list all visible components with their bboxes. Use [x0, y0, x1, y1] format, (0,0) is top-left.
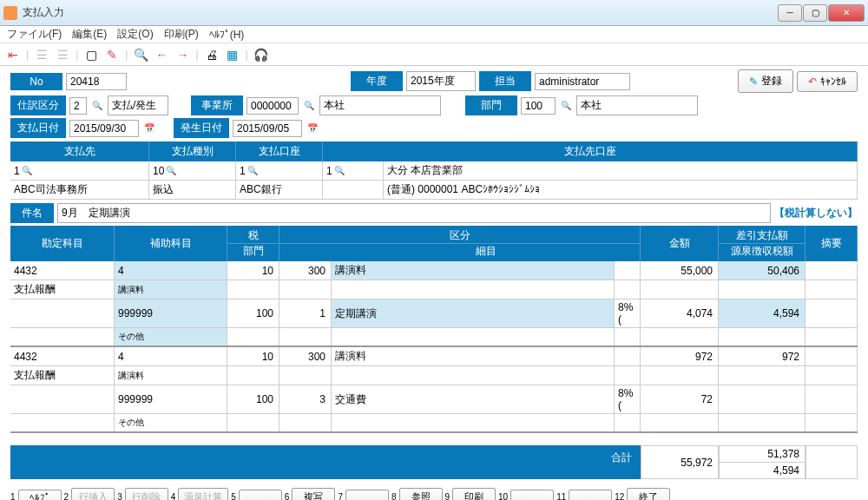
calendar-icon[interactable]: 📅	[306, 122, 319, 135]
payee-code-row: 1🔍 10🔍 1🔍 1🔍 大分 本店営業部	[10, 161, 858, 181]
close-button[interactable]: ✕	[828, 4, 865, 22]
preview-icon[interactable]: ▦	[225, 47, 240, 62]
search-icon[interactable]: 🔍	[133, 47, 148, 62]
fbtn-copy[interactable]: 複写	[292, 488, 335, 500]
payee-header: 支払先 支払種別 支払口座 支払先口座	[10, 141, 858, 161]
office-label: 事業所	[191, 95, 243, 115]
paydate-field[interactable]: 2015/09/30	[69, 120, 139, 137]
dept-label: 部門	[465, 95, 517, 115]
office-code[interactable]: 0000000	[247, 97, 299, 115]
fbtn-help[interactable]: ﾍﾙﾌﾟ	[18, 490, 62, 501]
calendar-icon[interactable]: 📅	[142, 122, 156, 135]
menu-help[interactable]: ﾍﾙﾌﾟ(H)	[209, 29, 245, 41]
fbtn-exit[interactable]: 終了	[627, 488, 670, 500]
list2-icon[interactable]: ☰	[55, 47, 70, 62]
lookup-icon[interactable]: 🔍	[164, 164, 178, 178]
fbtn-5[interactable]	[239, 490, 282, 501]
menu-settings[interactable]: 設定(O)	[117, 27, 153, 42]
lookup-icon[interactable]: 🔍	[302, 99, 316, 113]
no-label: No	[10, 73, 62, 90]
support-icon[interactable]: 🎧	[253, 47, 269, 62]
shiwake-code[interactable]: 2	[69, 97, 87, 115]
menu-print[interactable]: 印刷(P)	[164, 27, 199, 42]
next-icon[interactable]: →	[174, 47, 190, 62]
maximize-button[interactable]: ▢	[803, 4, 827, 22]
year-label: 年度	[351, 71, 403, 91]
register-button[interactable]: ✎登録	[738, 69, 793, 93]
shiwake-name: 支払/発生	[108, 95, 168, 115]
lookup-icon[interactable]: 🔍	[559, 99, 573, 113]
list1-icon[interactable]: ☰	[34, 47, 49, 62]
fbtn-11[interactable]	[569, 490, 612, 501]
lookup-icon[interactable]: 🔍	[332, 164, 346, 178]
footer-toolbar: 1ﾍﾙﾌﾟ 2行挿入 3行削除 4源泉計算 5 6複写 7 8参照 9印刷 10…	[0, 483, 868, 500]
table-row[interactable]: 4432 4 10 300 講演料 55,000 50,406 支払報酬 講演料…	[10, 261, 858, 347]
lookup-icon[interactable]: 🔍	[20, 164, 34, 178]
print-icon[interactable]: 🖨	[204, 47, 220, 62]
dept-code[interactable]: 100	[521, 97, 556, 115]
payee-name-row: ABC司法事務所 振込 ABC銀行 (普通) 0000001 ABCｼﾎｳｼｮｼ…	[10, 181, 858, 200]
totals-row: 合計 55,972 51,378 4,594	[10, 445, 858, 479]
person-label: 担当	[479, 71, 531, 91]
office-name: 本社	[319, 95, 441, 115]
window-title: 支払入力	[23, 5, 778, 20]
menu-edit[interactable]: 編集(E)	[72, 27, 107, 42]
dept-name: 本社	[576, 95, 698, 115]
fbtn-ref[interactable]: 参照	[399, 488, 443, 500]
edit-icon[interactable]: ✎	[104, 47, 120, 62]
menu-file[interactable]: ファイル(F)	[7, 27, 62, 42]
lookup-icon[interactable]: 🔍	[90, 99, 104, 113]
fbtn-7[interactable]	[345, 490, 389, 501]
no-field[interactable]: 20418	[66, 73, 127, 90]
minimize-button[interactable]: ─	[778, 4, 802, 22]
prev-icon[interactable]: ←	[154, 47, 169, 62]
fbtn-delete[interactable]: 行削除	[125, 488, 168, 500]
toolbar: ⇤ | ☰ ☰ | ▢ ✎ | 🔍 ← → | 🖨 ▦ | 🎧	[0, 43, 868, 66]
subject-field[interactable]: 9月 定期講演	[57, 203, 771, 223]
detail-table-header: 勘定科目 補助科目 税 部門 区分 細目 金額 差引支払額 源泉徴収税額 摘要	[10, 226, 858, 261]
person-field: administrator	[535, 73, 630, 90]
occurdate-field[interactable]: 2015/09/05	[233, 120, 302, 137]
cancel-button[interactable]: ↶ｷｬﾝｾﾙ	[797, 71, 858, 92]
fbtn-insert[interactable]: 行挿入	[71, 488, 115, 500]
subject-label: 件名	[10, 203, 54, 223]
exit-icon[interactable]: ⇤	[5, 47, 21, 62]
app-icon	[3, 6, 17, 20]
tax-note: 【税計算しない】	[774, 206, 858, 220]
fbtn-10[interactable]	[510, 490, 554, 501]
shiwake-label: 仕訳区分	[10, 95, 66, 115]
fbtn-print[interactable]: 印刷	[452, 488, 496, 500]
fbtn-tax[interactable]: 源泉計算	[178, 488, 228, 500]
occurdate-label: 発生日付	[174, 118, 229, 138]
new-icon[interactable]: ▢	[83, 47, 99, 62]
menubar: ファイル(F) 編集(E) 設定(O) 印刷(P) ﾍﾙﾌﾟ(H)	[0, 26, 868, 43]
paydate-label: 支払日付	[10, 118, 66, 138]
titlebar: 支払入力 ─ ▢ ✕	[0, 0, 868, 26]
table-row[interactable]: 4432 4 10 300 講演料 972 972 支払報酬 講演料 99999…	[10, 347, 858, 433]
year-field: 2015年度	[406, 71, 476, 91]
lookup-icon[interactable]: 🔍	[246, 164, 260, 178]
